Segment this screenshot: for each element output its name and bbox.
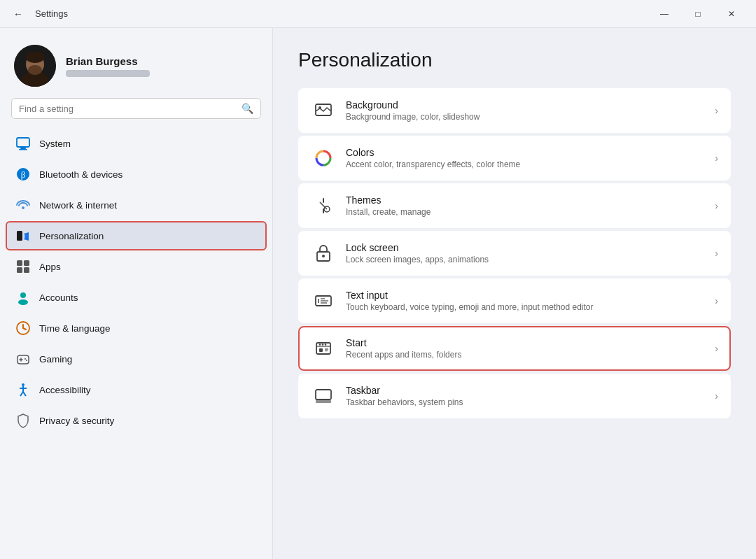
profile-bar <box>66 70 150 77</box>
svg-point-38 <box>322 255 325 257</box>
minimize-button[interactable]: — <box>648 3 680 25</box>
system-icon <box>15 136 31 151</box>
themes-title: Themes <box>346 194 708 206</box>
search-container: 🔍 <box>0 98 272 129</box>
svg-point-47 <box>322 344 323 345</box>
svg-rect-16 <box>24 267 29 273</box>
settings-card-background[interactable]: Background Background image, color, slid… <box>298 88 731 133</box>
chevron-icon: › <box>715 248 718 259</box>
svg-rect-49 <box>319 348 323 352</box>
sidebar-item-time[interactable]: Time & language <box>6 313 267 343</box>
svg-point-18 <box>18 299 28 305</box>
background-icon <box>311 98 336 123</box>
svg-point-17 <box>20 292 26 298</box>
title-bar: ← Settings — □ ✕ <box>0 0 756 28</box>
settings-card-themes[interactable]: Themes Install, create, manage › <box>298 183 731 228</box>
sidebar-item-personalization[interactable]: Personalization <box>6 221 267 250</box>
app-title: Settings <box>35 8 68 19</box>
search-box: 🔍 <box>11 98 261 119</box>
settings-card-taskbar[interactable]: Taskbar Taskbar behaviors, system pins › <box>298 374 731 418</box>
chevron-icon: › <box>715 390 718 402</box>
svg-point-46 <box>319 344 321 345</box>
sidebar-item-label: Privacy & security <box>39 416 114 426</box>
svg-point-10 <box>22 206 24 209</box>
gaming-icon <box>15 351 31 367</box>
window-controls: — □ ✕ <box>648 3 748 25</box>
svg-line-21 <box>23 328 26 330</box>
textinput-icon <box>311 288 336 313</box>
svg-point-24 <box>24 358 26 360</box>
taskbar-card-text: Taskbar Taskbar behaviors, system pins <box>346 385 708 407</box>
lockscreen-title: Lock screen <box>346 242 708 253</box>
sidebar-item-label: Bluetooth & devices <box>39 169 122 180</box>
chevron-icon: › <box>715 200 718 211</box>
sidebar-item-label: Network & internet <box>39 200 117 211</box>
lockscreen-subtitle: Lock screen images, apps, animations <box>346 255 708 264</box>
back-button[interactable]: ← <box>8 4 28 24</box>
settings-card-textinput[interactable]: Text input Touch keyboard, voice typing,… <box>298 278 731 323</box>
themes-subtitle: Install, create, manage <box>346 207 708 217</box>
time-icon <box>15 320 31 336</box>
start-card-text: Start Recent apps and items, folders <box>346 337 708 360</box>
chevron-icon: › <box>715 343 718 354</box>
sidebar-item-label: Accounts <box>39 292 78 303</box>
sidebar-item-accessibility[interactable]: Accessibility <box>6 375 267 404</box>
privacy-icon <box>15 413 31 428</box>
sidebar-item-system[interactable]: System <box>6 129 267 158</box>
themes-card-text: Themes Install, create, manage <box>346 194 708 217</box>
sidebar-item-gaming[interactable]: Gaming <box>6 344 267 374</box>
settings-card-start[interactable]: Start Recent apps and items, folders › <box>298 326 731 371</box>
sidebar-item-network[interactable]: Network & internet <box>6 190 267 220</box>
sidebar-item-label: Time & language <box>39 323 111 334</box>
sidebar-item-bluetooth[interactable]: β Bluetooth & devices <box>6 160 267 189</box>
svg-rect-7 <box>19 149 27 150</box>
lockscreen-card-text: Lock screen Lock screen images, apps, an… <box>346 242 708 264</box>
app-body: Brian Burgess 🔍 Sy <box>0 28 756 559</box>
textinput-title: Text input <box>346 290 708 301</box>
search-icon: 🔍 <box>241 103 253 114</box>
svg-rect-5 <box>17 138 29 147</box>
taskbar-icon <box>311 383 336 409</box>
start-title: Start <box>346 337 708 348</box>
profile-section: Brian Burgess <box>0 28 272 98</box>
textinput-card-text: Text input Touch keyboard, voice typing,… <box>346 290 708 312</box>
svg-rect-14 <box>24 260 29 266</box>
network-icon <box>15 197 31 213</box>
title-bar-left: ← Settings <box>8 4 68 24</box>
bluetooth-icon: β <box>15 167 31 182</box>
svg-point-26 <box>22 383 24 386</box>
settings-card-lockscreen[interactable]: Lock screen Lock screen images, apps, an… <box>298 231 731 276</box>
sidebar-item-accounts[interactable]: Accounts <box>6 283 267 312</box>
taskbar-title: Taskbar <box>346 385 708 396</box>
colors-icon <box>311 146 336 171</box>
colors-subtitle: Accent color, transparency effects, colo… <box>346 160 708 169</box>
avatar <box>14 45 56 87</box>
themes-icon <box>311 193 336 218</box>
profile-info: Brian Burgess <box>66 55 150 77</box>
sidebar-item-label: Gaming <box>39 354 72 365</box>
settings-list: Background Background image, color, slid… <box>298 88 731 418</box>
background-subtitle: Background image, color, slideshow <box>346 112 708 122</box>
sidebar-item-label: Accessibility <box>39 385 91 395</box>
maximize-button[interactable]: □ <box>682 3 714 25</box>
nav-section: System β Bluetooth & devices <box>0 129 272 435</box>
accessibility-icon <box>15 382 31 397</box>
sidebar: Brian Burgess 🔍 Sy <box>0 28 273 559</box>
chevron-icon: › <box>715 153 718 164</box>
sidebar-item-apps[interactable]: Apps <box>6 252 267 281</box>
taskbar-subtitle: Taskbar behaviors, system pins <box>346 397 708 407</box>
svg-rect-6 <box>20 148 26 149</box>
svg-rect-52 <box>316 390 331 399</box>
search-input[interactable] <box>19 104 237 114</box>
sidebar-item-label: Personalization <box>39 231 104 241</box>
textinput-subtitle: Touch keyboard, voice typing, emoji and … <box>346 302 708 312</box>
close-button[interactable]: ✕ <box>715 3 748 25</box>
sidebar-item-label: Apps <box>39 262 61 272</box>
svg-text:β: β <box>21 169 26 180</box>
settings-card-colors[interactable]: Colors Accent color, transparency effect… <box>298 136 731 181</box>
svg-point-32 <box>318 106 321 109</box>
background-card-text: Background Background image, color, slid… <box>346 99 708 122</box>
apps-icon <box>15 259 31 274</box>
sidebar-item-privacy[interactable]: Privacy & security <box>6 406 267 435</box>
sidebar-item-label: System <box>39 139 71 149</box>
